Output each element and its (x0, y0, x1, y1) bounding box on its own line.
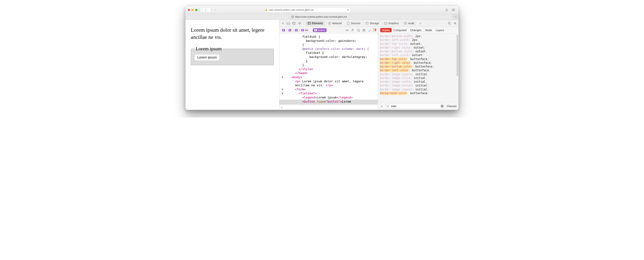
styles-tab-styles[interactable]: Styles (380, 28, 392, 32)
back-button[interactable]: ‹ (200, 8, 205, 12)
style-property[interactable]: border-left-color: buttonface; (380, 68, 456, 72)
styles-tab-changes[interactable]: Changes (408, 28, 423, 32)
add-rule-button[interactable]: ＋ (380, 104, 384, 108)
dom-line[interactable]: } (279, 59, 378, 63)
dom-line[interactable]: } (279, 43, 378, 47)
tabs-overview-icon[interactable] (451, 8, 456, 12)
paint-icon[interactable] (368, 28, 372, 32)
svg-rect-31 (363, 30, 364, 31)
dom-line[interactable]: <p> Lorem ipsum dolor sit amet, legere (279, 79, 378, 83)
styles-tab-computed[interactable]: Computed (392, 28, 408, 32)
audit-icon (404, 22, 407, 25)
sidebar-toggle-button[interactable] (213, 8, 218, 12)
svg-rect-12 (308, 22, 310, 24)
svg-point-19 (448, 22, 450, 24)
device-icon[interactable] (356, 28, 360, 32)
dom-line[interactable]: <button type="button">Lorem (279, 100, 378, 104)
svg-rect-32 (364, 30, 365, 31)
tab-storage[interactable]: Storage (364, 21, 381, 26)
styles-tab-layers[interactable]: Layers (434, 28, 446, 32)
styles-tab-node[interactable]: Node (423, 28, 434, 32)
dom-line[interactable]: ▼ <body> (279, 75, 378, 79)
styles-tabs: StylesComputedChangesNodeLayers (378, 27, 458, 34)
dom-line[interactable]: ancillae ne vis. </p> (279, 83, 378, 87)
reload-icon[interactable]: ⟳ (347, 9, 349, 11)
clear-filter-icon[interactable]: ✕ (441, 105, 444, 108)
style-property[interactable]: border-top-color: buttonface; (380, 57, 456, 61)
dom-line[interactable]: fieldset { (279, 35, 378, 39)
style-property[interactable]: border-bottom-color: buttonface; (380, 65, 456, 68)
browser-window: ‹ › 🔒 color-scheme-prefers-color-scheme.… (185, 6, 459, 110)
svg-rect-17 (384, 22, 387, 24)
breadcrumb-chip[interactable]: Efiel… (300, 28, 312, 32)
dom-line[interactable]: background-color: darkslategray; (279, 55, 378, 59)
dom-line[interactable]: background-color: gainsboro; (279, 39, 378, 43)
zoom-window-button[interactable] (195, 9, 198, 11)
ruler-icon[interactable] (345, 28, 349, 32)
dom-line[interactable]: fieldset { (279, 51, 378, 55)
dom-line[interactable]: </style> (279, 67, 378, 71)
style-property[interactable]: border-bottom-width: 2px; (380, 34, 456, 38)
styles-properties[interactable]: border-bottom-width: 2px;border-left-wid… (378, 34, 458, 102)
devtools-toolbar: ✕ Elements Network Sources (279, 20, 458, 27)
tab-strip: C https://color-scheme-prefers-color-sch… (186, 14, 458, 20)
breadcrumb-chip[interactable]: E (294, 29, 299, 32)
svg-rect-28 (359, 30, 360, 32)
style-property[interactable]: border-left-width: 2px; (380, 38, 456, 42)
breadcrumb-chip[interactable]: E (287, 29, 292, 32)
dom-line[interactable]: } (279, 63, 378, 67)
page-button[interactable]: Lorem ipsum (194, 54, 220, 61)
forward-button[interactable]: › (206, 8, 211, 12)
search-icon[interactable] (447, 21, 451, 25)
dom-line[interactable]: ▼ <fieldset> (279, 91, 378, 95)
tab-elements[interactable]: Elements (306, 21, 324, 26)
style-property[interactable]: border-top-style: outset; (380, 42, 456, 46)
dom-line[interactable]: </head> (279, 71, 378, 75)
lock-icon: 🔒 (265, 9, 268, 11)
dock-side-icon[interactable] (292, 21, 296, 25)
breadcrumb-chip[interactable]: Ebutton (313, 28, 326, 32)
style-property[interactable]: border-image-source: initial; (380, 72, 456, 76)
style-property[interactable]: border-image-repeat: initial; (380, 88, 456, 91)
browser-tab[interactable]: C https://color-scheme-prefers-color-sch… (186, 14, 453, 20)
select-element-icon[interactable] (298, 21, 302, 25)
dom-line[interactable]: ▼ <form> (279, 87, 378, 91)
styles-footer: ＋ ☰ ✕ Classes (378, 102, 458, 110)
settings-gear-icon[interactable]: ⚙ (453, 21, 457, 25)
breadcrumb-chip[interactable]: E (281, 29, 286, 32)
rendered-page: Lorem ipsum dolor sit amet, legere ancil… (186, 20, 279, 110)
svg-rect-25 (352, 30, 354, 31)
console-input[interactable]: › (279, 104, 378, 110)
close-devtools-icon[interactable]: ✕ (281, 21, 285, 25)
styles-filter-input[interactable] (386, 104, 445, 109)
layout-toggle-icon[interactable] (373, 28, 376, 31)
share-icon[interactable] (444, 8, 449, 12)
style-property[interactable]: background-color: buttonface; (380, 91, 456, 95)
style-property[interactable]: border-left-style: outset; (380, 53, 456, 57)
style-property[interactable]: border-bottom-style: outset; (380, 50, 456, 53)
style-property[interactable]: border-image-slice: initial; (380, 76, 456, 80)
grid-icon[interactable] (362, 28, 366, 32)
style-property[interactable]: border-image-width: initial; (380, 80, 456, 84)
style-property[interactable]: border-right-color: buttonface; (380, 61, 456, 65)
devtools: ✕ Elements Network Sources (279, 20, 458, 110)
scrollbar-thumb[interactable] (456, 35, 458, 76)
address-bar[interactable]: 🔒 color-scheme-prefers-color-scheme.glit… (265, 8, 351, 12)
close-window-button[interactable] (188, 9, 190, 11)
dom-line[interactable]: @media (prefers-color-scheme: dark) { (279, 47, 378, 51)
tab-sources[interactable]: Sources (345, 21, 362, 26)
more-tabs-icon[interactable]: » (418, 21, 422, 25)
print-icon[interactable] (351, 28, 354, 32)
dom-tree[interactable]: fieldset { background-color: gainsboro; … (279, 34, 378, 104)
minimize-window-button[interactable] (192, 9, 194, 11)
classes-toggle[interactable]: Classes (447, 104, 456, 108)
tab-audit[interactable]: Audit (402, 21, 416, 26)
dom-line[interactable]: <legend>Lorem ipsum</legend> (279, 95, 378, 100)
tab-network[interactable]: Network (326, 21, 344, 26)
tab-graphics[interactable]: Graphics (382, 21, 401, 26)
dock-bottom-icon[interactable] (286, 21, 290, 25)
style-property[interactable]: border-image-outset: initial; (380, 84, 456, 87)
new-tab-button[interactable]: ＋ (453, 14, 458, 20)
network-icon (328, 22, 331, 25)
style-property[interactable]: border-right-style: outset; (380, 46, 456, 50)
